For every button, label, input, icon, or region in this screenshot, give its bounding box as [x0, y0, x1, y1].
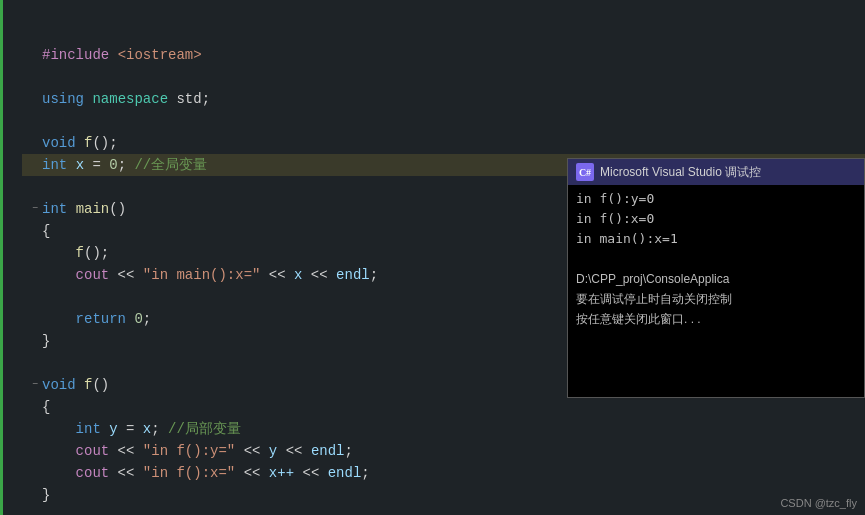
token-punc: << — [294, 462, 328, 484]
code-line: cout << "in f():y=" << y << endl; — [22, 440, 865, 462]
console-line: D:\CPP_proj\ConsoleApplica — [576, 269, 856, 289]
token-punc: = — [118, 418, 143, 440]
token-fn: f — [76, 242, 84, 264]
token-inc: #include — [42, 44, 109, 66]
console-titlebar: C# Microsoft Visual Studio 调试控 — [568, 159, 864, 185]
token-kw: int — [42, 198, 67, 220]
token-kw: int — [42, 154, 67, 176]
token-punc — [101, 418, 109, 440]
token-punc: << — [109, 440, 143, 462]
console-line: in f():y=0 — [576, 189, 856, 209]
code-line: int y = x; //局部变量 — [22, 418, 865, 440]
token-punc: () — [109, 198, 126, 220]
token-punc: std; — [168, 88, 210, 110]
fold-button[interactable]: − — [28, 198, 42, 220]
token-var: endl — [328, 462, 362, 484]
token-punc — [67, 154, 75, 176]
code-line: void f(); — [22, 132, 865, 154]
token-kw: int — [76, 418, 101, 440]
token-punc: = — [84, 154, 109, 176]
code-line — [22, 66, 865, 88]
code-line: { — [22, 396, 865, 418]
code-line — [22, 110, 865, 132]
token-kw2: cout — [76, 264, 110, 286]
console-line: 要在调试停止时自动关闭控制 — [576, 289, 856, 309]
code-line: #include <iostream> — [22, 44, 865, 66]
token-var: x++ — [269, 462, 294, 484]
token-fn: f — [84, 374, 92, 396]
token-kw2: cout — [76, 440, 110, 462]
console-title: Microsoft Visual Studio 调试控 — [600, 164, 761, 181]
editor-area: #include <iostream> using namespace std;… — [0, 0, 865, 515]
watermark: CSDN @tzc_fly — [780, 497, 857, 509]
console-line — [576, 249, 856, 269]
token-punc: } — [42, 330, 50, 352]
token-num: 0 — [134, 308, 142, 330]
token-hdr: <iostream> — [118, 44, 202, 66]
token-ns: namespace — [92, 88, 168, 110]
token-var: y — [109, 418, 117, 440]
token-fn: f — [84, 132, 92, 154]
code-line: } — [22, 484, 865, 506]
code-line: cout << "in f():x=" << x++ << endl; — [22, 462, 865, 484]
token-fn: main — [76, 198, 110, 220]
token-punc: << — [109, 462, 143, 484]
console-icon-text: C# — [579, 167, 591, 178]
console-line: in main():x=1 — [576, 229, 856, 249]
token-punc: (); — [84, 242, 109, 264]
token-punc — [109, 44, 117, 66]
token-kw: return — [76, 308, 126, 330]
token-punc: << — [235, 462, 269, 484]
token-punc: () — [92, 374, 109, 396]
console-line: 按任意键关闭此窗口. . . — [576, 309, 856, 329]
console-window: C# Microsoft Visual Studio 调试控 in f():y=… — [567, 158, 865, 398]
token-str: "in f():x=" — [143, 462, 235, 484]
token-punc: ; — [361, 462, 369, 484]
left-border — [0, 0, 3, 515]
fold-button[interactable]: − — [28, 374, 42, 396]
token-num: 0 — [109, 154, 117, 176]
console-body: in f():y=0in f():x=0in main():x=1 D:\CPP… — [568, 185, 864, 397]
token-var: endl — [336, 264, 370, 286]
token-var: y — [269, 440, 277, 462]
token-punc: ; — [143, 308, 151, 330]
token-punc: ; — [118, 154, 135, 176]
token-punc — [76, 374, 84, 396]
token-punc: << — [302, 264, 336, 286]
token-punc: ; — [344, 440, 352, 462]
token-punc — [126, 308, 134, 330]
token-punc: (); — [92, 132, 117, 154]
token-punc: << — [260, 264, 294, 286]
token-var: endl — [311, 440, 345, 462]
token-punc — [84, 88, 92, 110]
token-var: x — [294, 264, 302, 286]
code-line: using namespace std; — [22, 88, 865, 110]
token-punc — [67, 198, 75, 220]
token-punc — [76, 132, 84, 154]
token-kw: void — [42, 132, 76, 154]
token-punc: } — [42, 484, 50, 506]
token-punc: { — [42, 396, 50, 418]
token-punc: { — [42, 220, 50, 242]
token-kw: void — [42, 374, 76, 396]
token-str: "in main():x=" — [143, 264, 261, 286]
token-cmt: //全局变量 — [134, 154, 207, 176]
token-punc: << — [109, 264, 143, 286]
console-line: in f():x=0 — [576, 209, 856, 229]
console-icon: C# — [576, 163, 594, 181]
token-str: "in f():y=" — [143, 440, 235, 462]
token-kw: using — [42, 88, 84, 110]
token-var: x — [143, 418, 151, 440]
token-punc: << — [277, 440, 311, 462]
token-punc: ; — [370, 264, 378, 286]
token-punc: ; — [151, 418, 168, 440]
token-kw2: cout — [76, 462, 110, 484]
token-punc: << — [235, 440, 269, 462]
token-var: x — [76, 154, 84, 176]
token-cmt: //局部变量 — [168, 418, 241, 440]
